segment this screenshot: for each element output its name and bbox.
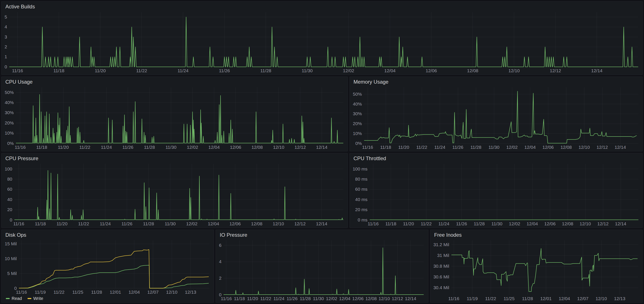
plot-area: [352, 162, 641, 227]
panel-memory-usage: Memory Usage 0%10%20%30%40%50%11/1611/18…: [350, 76, 643, 151]
series-write: [19, 250, 209, 288]
panel-cpu-usage: CPU Usage 0%10%20%30%40%50%11/1611/1811/…: [1, 76, 348, 151]
panel-disk-ops: Disk Ops 05 Mil10 Mil15 Mil11/1611/1911/…: [1, 230, 214, 303]
panel-title-disk-ops[interactable]: Disk Ops: [5, 232, 212, 238]
legend-label: Read: [12, 296, 22, 301]
chart-cpu-pressure[interactable]: 02040608010011/1611/1811/2011/2211/2411/…: [3, 162, 346, 227]
panel-title-free-inodes[interactable]: Free Inodes: [434, 232, 641, 238]
legend-label: Write: [33, 296, 43, 301]
dashboard-row-3: CPU Pressure 02040608010011/1611/1811/20…: [1, 153, 643, 228]
dashboard-row-4: Disk Ops 05 Mil10 Mil15 Mil11/1611/1911/…: [1, 230, 643, 303]
dashboard-row-2: CPU Usage 0%10%20%30%40%50%11/1611/1811/…: [1, 76, 643, 151]
dashboard: Active Builds 01234511/1611/1811/2011/22…: [0, 0, 644, 304]
panel-title-memory-usage[interactable]: Memory Usage: [354, 79, 641, 85]
plot-area: [218, 238, 426, 302]
chart-cpu-usage[interactable]: 0%10%20%30%40%50%11/1611/1811/2011/2211/…: [3, 85, 346, 150]
plot-area: [3, 162, 346, 227]
chart-disk-ops[interactable]: 05 Mil10 Mil15 Mil11/1611/1911/2211/2511…: [3, 238, 212, 295]
panel-title-cpu-usage[interactable]: CPU Usage: [5, 79, 346, 85]
panel-cpu-pressure: CPU Pressure 02040608010011/1611/1811/20…: [1, 153, 348, 228]
panel-title-cpu-pressure[interactable]: CPU Pressure: [5, 156, 346, 162]
chart-cpu-throttled[interactable]: 0 ms20 ms40 ms60 ms80 ms100 ms11/1611/18…: [352, 162, 641, 227]
panel-active-builds: Active Builds 01234511/1611/1811/2011/22…: [1, 1, 643, 75]
chart-active-builds[interactable]: 01234511/1611/1811/2011/2211/2411/2611/2…: [3, 10, 641, 74]
chart-memory-usage[interactable]: 0%10%20%30%40%50%11/1611/1811/2011/2211/…: [352, 85, 641, 150]
chart-free-inodes[interactable]: 30.4 Mil30.6 Mil30.8 Mil31 Mil31.2 Mil11…: [432, 238, 641, 302]
legend-item-read[interactable]: Read: [6, 296, 22, 301]
series-pressure: [14, 170, 343, 220]
panel-cpu-throttled: CPU Throttled 0 ms20 ms40 ms60 ms80 ms10…: [350, 153, 643, 228]
panel-title-cpu-throttled[interactable]: CPU Throttled: [354, 156, 641, 162]
series-builds: [9, 17, 638, 67]
dashboard-row-1: Active Builds 01234511/1611/1811/2011/22…: [1, 1, 643, 75]
plot-area: [432, 238, 641, 302]
legend-dash-icon: [6, 298, 10, 299]
series-inodes: [452, 248, 638, 291]
legend-item-write[interactable]: Write: [28, 296, 43, 301]
plot-area: [3, 238, 212, 295]
series-io: [224, 248, 424, 294]
plot-area: [352, 85, 641, 150]
series-read: [19, 265, 209, 288]
legend-dash-icon: [28, 298, 32, 299]
plot-area: [3, 85, 346, 150]
panel-free-inodes: Free Inodes 30.4 Mil30.6 Mil30.8 Mil31 M…: [430, 230, 643, 303]
chart-io-pressure[interactable]: 024611/1611/1811/2011/2211/2411/2611/281…: [218, 238, 426, 302]
series-memory: [364, 91, 637, 143]
panel-io-pressure: IO Pressure 024611/1611/1811/2011/2211/2…: [216, 230, 428, 303]
panel-title-active-builds[interactable]: Active Builds: [5, 4, 641, 10]
series-cpu: [16, 94, 343, 143]
legend-disk-ops: ReadWrite: [3, 295, 212, 302]
panel-title-io-pressure[interactable]: IO Pressure: [220, 232, 426, 238]
plot-area: [3, 10, 641, 74]
